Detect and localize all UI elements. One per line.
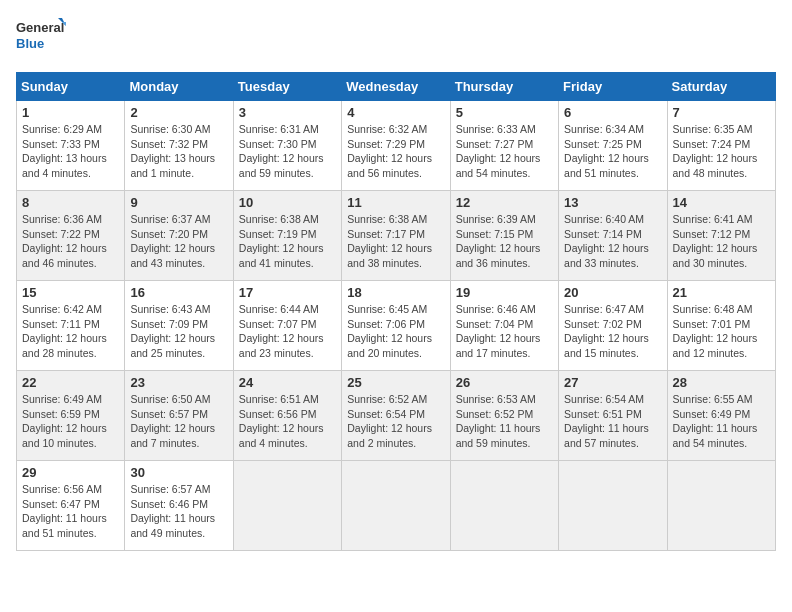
svg-text:General: General: [16, 20, 64, 35]
calendar-cell: 27 Sunrise: 6:54 AMSunset: 6:51 PMDaylig…: [559, 371, 667, 461]
day-detail: Sunrise: 6:38 AMSunset: 7:17 PMDaylight:…: [347, 213, 432, 269]
day-number: 13: [564, 195, 661, 210]
day-detail: Sunrise: 6:46 AMSunset: 7:04 PMDaylight:…: [456, 303, 541, 359]
calendar-cell: 4 Sunrise: 6:32 AMSunset: 7:29 PMDayligh…: [342, 101, 450, 191]
calendar-cell: [450, 461, 558, 551]
calendar-cell: 8 Sunrise: 6:36 AMSunset: 7:22 PMDayligh…: [17, 191, 125, 281]
calendar-week-2: 8 Sunrise: 6:36 AMSunset: 7:22 PMDayligh…: [17, 191, 776, 281]
calendar-cell: 1 Sunrise: 6:29 AMSunset: 7:33 PMDayligh…: [17, 101, 125, 191]
header-sunday: Sunday: [17, 73, 125, 101]
day-detail: Sunrise: 6:35 AMSunset: 7:24 PMDaylight:…: [673, 123, 758, 179]
calendar-cell: 5 Sunrise: 6:33 AMSunset: 7:27 PMDayligh…: [450, 101, 558, 191]
day-number: 15: [22, 285, 119, 300]
day-number: 7: [673, 105, 770, 120]
calendar-cell: 2 Sunrise: 6:30 AMSunset: 7:32 PMDayligh…: [125, 101, 233, 191]
calendar-week-5: 29 Sunrise: 6:56 AMSunset: 6:47 PMDaylig…: [17, 461, 776, 551]
day-number: 16: [130, 285, 227, 300]
day-detail: Sunrise: 6:31 AMSunset: 7:30 PMDaylight:…: [239, 123, 324, 179]
calendar-cell: 17 Sunrise: 6:44 AMSunset: 7:07 PMDaylig…: [233, 281, 341, 371]
day-number: 20: [564, 285, 661, 300]
calendar-cell: [667, 461, 775, 551]
calendar-cell: 6 Sunrise: 6:34 AMSunset: 7:25 PMDayligh…: [559, 101, 667, 191]
svg-text:Blue: Blue: [16, 36, 44, 51]
logo: General Blue: [16, 16, 66, 60]
day-detail: Sunrise: 6:42 AMSunset: 7:11 PMDaylight:…: [22, 303, 107, 359]
calendar-cell: 24 Sunrise: 6:51 AMSunset: 6:56 PMDaylig…: [233, 371, 341, 461]
day-detail: Sunrise: 6:48 AMSunset: 7:01 PMDaylight:…: [673, 303, 758, 359]
header-monday: Monday: [125, 73, 233, 101]
calendar-cell: 29 Sunrise: 6:56 AMSunset: 6:47 PMDaylig…: [17, 461, 125, 551]
calendar-cell: 22 Sunrise: 6:49 AMSunset: 6:59 PMDaylig…: [17, 371, 125, 461]
calendar-cell: 16 Sunrise: 6:43 AMSunset: 7:09 PMDaylig…: [125, 281, 233, 371]
day-number: 21: [673, 285, 770, 300]
day-number: 29: [22, 465, 119, 480]
day-number: 28: [673, 375, 770, 390]
calendar-cell: 13 Sunrise: 6:40 AMSunset: 7:14 PMDaylig…: [559, 191, 667, 281]
day-number: 17: [239, 285, 336, 300]
calendar-cell: 23 Sunrise: 6:50 AMSunset: 6:57 PMDaylig…: [125, 371, 233, 461]
header-wednesday: Wednesday: [342, 73, 450, 101]
day-number: 10: [239, 195, 336, 210]
day-number: 9: [130, 195, 227, 210]
day-detail: Sunrise: 6:47 AMSunset: 7:02 PMDaylight:…: [564, 303, 649, 359]
day-detail: Sunrise: 6:45 AMSunset: 7:06 PMDaylight:…: [347, 303, 432, 359]
calendar-table: SundayMondayTuesdayWednesdayThursdayFrid…: [16, 72, 776, 551]
header-thursday: Thursday: [450, 73, 558, 101]
day-number: 25: [347, 375, 444, 390]
header-saturday: Saturday: [667, 73, 775, 101]
day-number: 19: [456, 285, 553, 300]
calendar-cell: 11 Sunrise: 6:38 AMSunset: 7:17 PMDaylig…: [342, 191, 450, 281]
day-detail: Sunrise: 6:52 AMSunset: 6:54 PMDaylight:…: [347, 393, 432, 449]
calendar-cell: [342, 461, 450, 551]
day-number: 22: [22, 375, 119, 390]
day-detail: Sunrise: 6:44 AMSunset: 7:07 PMDaylight:…: [239, 303, 324, 359]
day-detail: Sunrise: 6:30 AMSunset: 7:32 PMDaylight:…: [130, 123, 215, 179]
day-detail: Sunrise: 6:36 AMSunset: 7:22 PMDaylight:…: [22, 213, 107, 269]
calendar-cell: 15 Sunrise: 6:42 AMSunset: 7:11 PMDaylig…: [17, 281, 125, 371]
day-number: 23: [130, 375, 227, 390]
day-number: 14: [673, 195, 770, 210]
calendar-cell: 14 Sunrise: 6:41 AMSunset: 7:12 PMDaylig…: [667, 191, 775, 281]
day-number: 6: [564, 105, 661, 120]
day-number: 3: [239, 105, 336, 120]
day-detail: Sunrise: 6:40 AMSunset: 7:14 PMDaylight:…: [564, 213, 649, 269]
calendar-cell: 12 Sunrise: 6:39 AMSunset: 7:15 PMDaylig…: [450, 191, 558, 281]
logo-svg: General Blue: [16, 16, 66, 60]
calendar-cell: 10 Sunrise: 6:38 AMSunset: 7:19 PMDaylig…: [233, 191, 341, 281]
day-detail: Sunrise: 6:57 AMSunset: 6:46 PMDaylight:…: [130, 483, 215, 539]
day-detail: Sunrise: 6:51 AMSunset: 6:56 PMDaylight:…: [239, 393, 324, 449]
calendar-cell: 3 Sunrise: 6:31 AMSunset: 7:30 PMDayligh…: [233, 101, 341, 191]
calendar-week-1: 1 Sunrise: 6:29 AMSunset: 7:33 PMDayligh…: [17, 101, 776, 191]
calendar-cell: 9 Sunrise: 6:37 AMSunset: 7:20 PMDayligh…: [125, 191, 233, 281]
day-number: 11: [347, 195, 444, 210]
day-detail: Sunrise: 6:33 AMSunset: 7:27 PMDaylight:…: [456, 123, 541, 179]
calendar-cell: 25 Sunrise: 6:52 AMSunset: 6:54 PMDaylig…: [342, 371, 450, 461]
calendar-cell: [233, 461, 341, 551]
calendar-cell: 18 Sunrise: 6:45 AMSunset: 7:06 PMDaylig…: [342, 281, 450, 371]
day-detail: Sunrise: 6:39 AMSunset: 7:15 PMDaylight:…: [456, 213, 541, 269]
day-detail: Sunrise: 6:37 AMSunset: 7:20 PMDaylight:…: [130, 213, 215, 269]
header-friday: Friday: [559, 73, 667, 101]
day-detail: Sunrise: 6:29 AMSunset: 7:33 PMDaylight:…: [22, 123, 107, 179]
calendar-cell: 26 Sunrise: 6:53 AMSunset: 6:52 PMDaylig…: [450, 371, 558, 461]
day-number: 2: [130, 105, 227, 120]
day-number: 26: [456, 375, 553, 390]
calendar-cell: 7 Sunrise: 6:35 AMSunset: 7:24 PMDayligh…: [667, 101, 775, 191]
day-detail: Sunrise: 6:50 AMSunset: 6:57 PMDaylight:…: [130, 393, 215, 449]
day-detail: Sunrise: 6:55 AMSunset: 6:49 PMDaylight:…: [673, 393, 758, 449]
page-header: General Blue: [16, 16, 776, 60]
day-detail: Sunrise: 6:54 AMSunset: 6:51 PMDaylight:…: [564, 393, 649, 449]
day-detail: Sunrise: 6:56 AMSunset: 6:47 PMDaylight:…: [22, 483, 107, 539]
day-number: 27: [564, 375, 661, 390]
day-detail: Sunrise: 6:32 AMSunset: 7:29 PMDaylight:…: [347, 123, 432, 179]
calendar-cell: [559, 461, 667, 551]
day-number: 18: [347, 285, 444, 300]
header-tuesday: Tuesday: [233, 73, 341, 101]
calendar-cell: 20 Sunrise: 6:47 AMSunset: 7:02 PMDaylig…: [559, 281, 667, 371]
day-number: 4: [347, 105, 444, 120]
day-number: 24: [239, 375, 336, 390]
calendar-cell: 30 Sunrise: 6:57 AMSunset: 6:46 PMDaylig…: [125, 461, 233, 551]
day-number: 1: [22, 105, 119, 120]
calendar-cell: 28 Sunrise: 6:55 AMSunset: 6:49 PMDaylig…: [667, 371, 775, 461]
calendar-header-row: SundayMondayTuesdayWednesdayThursdayFrid…: [17, 73, 776, 101]
